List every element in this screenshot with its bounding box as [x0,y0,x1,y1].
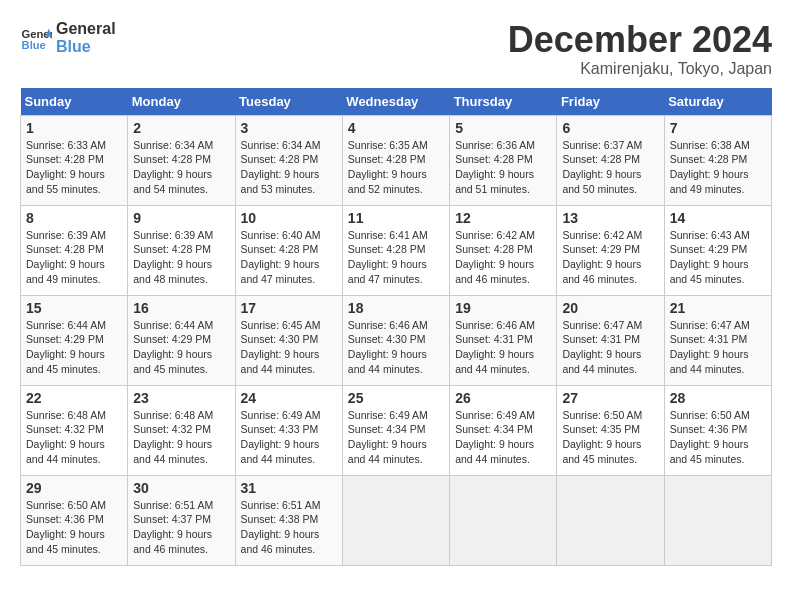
day-detail: Sunrise: 6:39 AMSunset: 4:28 PMDaylight:… [133,228,229,287]
day-number: 6 [562,120,658,136]
day-number: 16 [133,300,229,316]
day-number: 1 [26,120,122,136]
day-number: 20 [562,300,658,316]
calendar-cell: 30Sunrise: 6:51 AMSunset: 4:37 PMDayligh… [128,475,235,565]
day-number: 19 [455,300,551,316]
day-detail: Sunrise: 6:34 AMSunset: 4:28 PMDaylight:… [133,138,229,197]
logo: General Blue General Blue [20,20,116,55]
weekday-header-friday: Friday [557,88,664,116]
calendar-cell: 27Sunrise: 6:50 AMSunset: 4:35 PMDayligh… [557,385,664,475]
day-detail: Sunrise: 6:50 AMSunset: 4:35 PMDaylight:… [562,408,658,467]
day-number: 11 [348,210,444,226]
calendar-cell [557,475,664,565]
week-row-1: 1Sunrise: 6:33 AMSunset: 4:28 PMDaylight… [21,115,772,205]
day-detail: Sunrise: 6:45 AMSunset: 4:30 PMDaylight:… [241,318,337,377]
day-detail: Sunrise: 6:42 AMSunset: 4:29 PMDaylight:… [562,228,658,287]
calendar-cell: 19Sunrise: 6:46 AMSunset: 4:31 PMDayligh… [450,295,557,385]
day-number: 2 [133,120,229,136]
calendar-cell [450,475,557,565]
day-number: 22 [26,390,122,406]
calendar-cell: 15Sunrise: 6:44 AMSunset: 4:29 PMDayligh… [21,295,128,385]
day-number: 5 [455,120,551,136]
day-detail: Sunrise: 6:49 AMSunset: 4:34 PMDaylight:… [455,408,551,467]
calendar-cell: 29Sunrise: 6:50 AMSunset: 4:36 PMDayligh… [21,475,128,565]
day-detail: Sunrise: 6:46 AMSunset: 4:31 PMDaylight:… [455,318,551,377]
calendar-cell: 6Sunrise: 6:37 AMSunset: 4:28 PMDaylight… [557,115,664,205]
day-number: 24 [241,390,337,406]
day-number: 13 [562,210,658,226]
day-detail: Sunrise: 6:44 AMSunset: 4:29 PMDaylight:… [133,318,229,377]
day-detail: Sunrise: 6:35 AMSunset: 4:28 PMDaylight:… [348,138,444,197]
day-detail: Sunrise: 6:37 AMSunset: 4:28 PMDaylight:… [562,138,658,197]
day-detail: Sunrise: 6:36 AMSunset: 4:28 PMDaylight:… [455,138,551,197]
calendar-cell: 11Sunrise: 6:41 AMSunset: 4:28 PMDayligh… [342,205,449,295]
month-title: December 2024 [508,20,772,60]
day-number: 23 [133,390,229,406]
location: Kamirenjaku, Tokyo, Japan [508,60,772,78]
calendar-cell: 31Sunrise: 6:51 AMSunset: 4:38 PMDayligh… [235,475,342,565]
day-detail: Sunrise: 6:51 AMSunset: 4:38 PMDaylight:… [241,498,337,557]
calendar-cell: 5Sunrise: 6:36 AMSunset: 4:28 PMDaylight… [450,115,557,205]
day-detail: Sunrise: 6:49 AMSunset: 4:33 PMDaylight:… [241,408,337,467]
logo-icon: General Blue [20,22,52,54]
day-detail: Sunrise: 6:49 AMSunset: 4:34 PMDaylight:… [348,408,444,467]
weekday-header-row: SundayMondayTuesdayWednesdayThursdayFrid… [21,88,772,116]
svg-text:Blue: Blue [22,39,46,51]
calendar-cell: 28Sunrise: 6:50 AMSunset: 4:36 PMDayligh… [664,385,771,475]
weekday-header-wednesday: Wednesday [342,88,449,116]
day-detail: Sunrise: 6:42 AMSunset: 4:28 PMDaylight:… [455,228,551,287]
day-detail: Sunrise: 6:34 AMSunset: 4:28 PMDaylight:… [241,138,337,197]
weekday-header-tuesday: Tuesday [235,88,342,116]
page-header: General Blue General Blue December 2024 … [20,20,772,78]
day-number: 4 [348,120,444,136]
logo-general: General [56,20,116,38]
calendar-cell: 24Sunrise: 6:49 AMSunset: 4:33 PMDayligh… [235,385,342,475]
day-number: 31 [241,480,337,496]
day-number: 17 [241,300,337,316]
day-detail: Sunrise: 6:47 AMSunset: 4:31 PMDaylight:… [670,318,766,377]
day-number: 25 [348,390,444,406]
day-detail: Sunrise: 6:50 AMSunset: 4:36 PMDaylight:… [670,408,766,467]
day-number: 30 [133,480,229,496]
calendar-cell: 25Sunrise: 6:49 AMSunset: 4:34 PMDayligh… [342,385,449,475]
logo-blue: Blue [56,38,116,56]
day-number: 21 [670,300,766,316]
day-detail: Sunrise: 6:39 AMSunset: 4:28 PMDaylight:… [26,228,122,287]
day-number: 14 [670,210,766,226]
calendar-cell: 2Sunrise: 6:34 AMSunset: 4:28 PMDaylight… [128,115,235,205]
day-number: 18 [348,300,444,316]
calendar-cell: 1Sunrise: 6:33 AMSunset: 4:28 PMDaylight… [21,115,128,205]
calendar-cell: 20Sunrise: 6:47 AMSunset: 4:31 PMDayligh… [557,295,664,385]
day-detail: Sunrise: 6:41 AMSunset: 4:28 PMDaylight:… [348,228,444,287]
day-detail: Sunrise: 6:38 AMSunset: 4:28 PMDaylight:… [670,138,766,197]
calendar-cell: 7Sunrise: 6:38 AMSunset: 4:28 PMDaylight… [664,115,771,205]
day-number: 9 [133,210,229,226]
day-detail: Sunrise: 6:51 AMSunset: 4:37 PMDaylight:… [133,498,229,557]
day-number: 26 [455,390,551,406]
calendar-cell: 26Sunrise: 6:49 AMSunset: 4:34 PMDayligh… [450,385,557,475]
week-row-5: 29Sunrise: 6:50 AMSunset: 4:36 PMDayligh… [21,475,772,565]
calendar-cell [342,475,449,565]
calendar-cell: 23Sunrise: 6:48 AMSunset: 4:32 PMDayligh… [128,385,235,475]
calendar-cell [664,475,771,565]
calendar-cell: 4Sunrise: 6:35 AMSunset: 4:28 PMDaylight… [342,115,449,205]
calendar-cell: 9Sunrise: 6:39 AMSunset: 4:28 PMDaylight… [128,205,235,295]
day-number: 8 [26,210,122,226]
calendar-cell: 13Sunrise: 6:42 AMSunset: 4:29 PMDayligh… [557,205,664,295]
calendar-cell: 21Sunrise: 6:47 AMSunset: 4:31 PMDayligh… [664,295,771,385]
calendar-cell: 22Sunrise: 6:48 AMSunset: 4:32 PMDayligh… [21,385,128,475]
day-number: 7 [670,120,766,136]
calendar-cell: 16Sunrise: 6:44 AMSunset: 4:29 PMDayligh… [128,295,235,385]
day-detail: Sunrise: 6:46 AMSunset: 4:30 PMDaylight:… [348,318,444,377]
week-row-3: 15Sunrise: 6:44 AMSunset: 4:29 PMDayligh… [21,295,772,385]
day-number: 12 [455,210,551,226]
calendar-cell: 18Sunrise: 6:46 AMSunset: 4:30 PMDayligh… [342,295,449,385]
calendar-cell: 3Sunrise: 6:34 AMSunset: 4:28 PMDaylight… [235,115,342,205]
title-block: December 2024 Kamirenjaku, Tokyo, Japan [508,20,772,78]
week-row-2: 8Sunrise: 6:39 AMSunset: 4:28 PMDaylight… [21,205,772,295]
day-number: 15 [26,300,122,316]
day-number: 10 [241,210,337,226]
day-detail: Sunrise: 6:40 AMSunset: 4:28 PMDaylight:… [241,228,337,287]
day-number: 28 [670,390,766,406]
day-detail: Sunrise: 6:43 AMSunset: 4:29 PMDaylight:… [670,228,766,287]
